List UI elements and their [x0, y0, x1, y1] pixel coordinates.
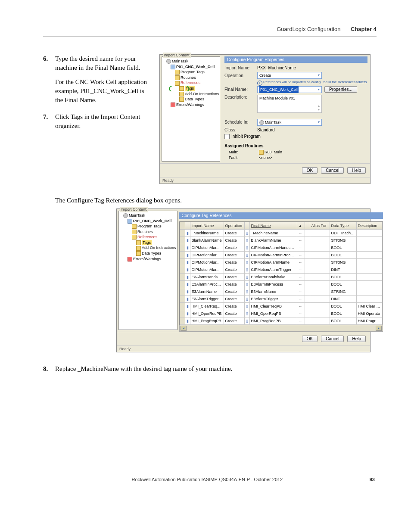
table-row[interactable]: ▮E3AlarmHands...Create▯E3AlarmHandshake⋯…: [180, 273, 382, 280]
description-cell[interactable]: [356, 236, 382, 244]
operation-cell[interactable]: Create: [224, 236, 244, 244]
data-type-cell[interactable]: STRING: [330, 258, 356, 266]
alias-for-cell[interactable]: [310, 273, 330, 280]
operation-dropdown[interactable]: Create ▾: [257, 72, 322, 79]
operation-cell[interactable]: Create: [224, 288, 244, 295]
cancel-button[interactable]: Cancel: [321, 167, 344, 174]
description-cell[interactable]: [356, 244, 382, 251]
description-cell[interactable]: HMI Operato: [356, 310, 382, 317]
import-name-cell[interactable]: E3AlarmName: [190, 288, 224, 295]
data-type-cell[interactable]: BOOL: [330, 302, 356, 310]
tree-addon[interactable]: Add-On Instructions: [120, 245, 176, 251]
data-type-cell[interactable]: STRING: [330, 288, 356, 295]
import-name-cell[interactable]: E3AlarmHands...: [190, 273, 224, 280]
table-row[interactable]: ▮HMI_ClearReq...Create▯HMI_ClearReqPB⋯BO…: [180, 302, 382, 310]
operation-cell[interactable]: Create: [224, 317, 244, 324]
row-header-cell[interactable]: [180, 229, 185, 236]
col-final-name[interactable]: Final Name: [249, 222, 297, 229]
row-header-cell[interactable]: [180, 266, 185, 273]
operation-cell[interactable]: Create: [224, 258, 244, 266]
final-name-cell[interactable]: HMI_OperReqPB: [249, 310, 297, 317]
description-cell[interactable]: [356, 266, 382, 273]
col-description[interactable]: Description: [356, 222, 382, 229]
data-type-cell[interactable]: BOOL: [330, 317, 356, 324]
col-rowheader[interactable]: [180, 222, 185, 229]
final-name-cell[interactable]: HMI_ClearReqPB: [249, 302, 297, 310]
final-name-cell[interactable]: _MachineName: [249, 229, 297, 236]
tree-data-types[interactable]: Data Types: [120, 251, 176, 256]
description-cell[interactable]: [356, 295, 382, 302]
help-button[interactable]: Help: [347, 336, 366, 342]
final-name-dropdown[interactable]: ⋯: [297, 273, 305, 280]
operation-cell[interactable]: Create: [224, 310, 244, 317]
table-row[interactable]: ▮CIPMotionAlar...Create▯CIPMotionAlarmHa…: [180, 244, 382, 251]
table-row[interactable]: ▮E3AlarmNameCreate▯E3AlarmName⋯STRING: [180, 288, 382, 295]
cancel-button[interactable]: Cancel: [321, 336, 344, 342]
operation-cell[interactable]: Create: [224, 251, 244, 258]
operation-cell[interactable]: Create: [224, 273, 244, 280]
alias-for-cell[interactable]: [310, 288, 330, 295]
tree-program-tags[interactable]: Program Tags: [163, 69, 219, 75]
data-type-cell[interactable]: BOOL: [330, 280, 356, 288]
alias-for-cell[interactable]: [310, 310, 330, 317]
final-name-dropdown[interactable]: ⋯: [297, 258, 305, 266]
operation-cell[interactable]: Create: [224, 266, 244, 273]
data-type-cell[interactable]: DINT: [330, 266, 356, 273]
final-name-dropdown[interactable]: ⋯: [297, 317, 305, 324]
table-row[interactable]: ▮_MachineNameCreate▯_MachineName⋯UDT_Mac…: [180, 229, 382, 236]
description-cell[interactable]: [356, 273, 382, 280]
description-cell[interactable]: HMI Clear Fa: [356, 302, 382, 310]
operation-cell[interactable]: Create: [224, 244, 244, 251]
tree-routines[interactable]: Routines: [120, 229, 176, 235]
alias-for-cell[interactable]: [310, 317, 330, 324]
final-name-dropdown[interactable]: ⋯: [297, 295, 305, 302]
tree-addon[interactable]: Add-On Instructions: [163, 91, 219, 97]
col-alias-for[interactable]: Alias For: [310, 222, 330, 229]
final-name-cell[interactable]: HMI_ProgReqPB: [249, 317, 297, 324]
row-header-cell[interactable]: [180, 251, 185, 258]
tree-references[interactable]: References: [120, 234, 176, 240]
col-icon[interactable]: [185, 222, 190, 229]
final-name-cell[interactable]: CIPMotionAlarmHandsh...: [249, 244, 297, 251]
final-name-cell[interactable]: BlankAlarmName: [249, 236, 297, 244]
import-name-cell[interactable]: E3AlarmTrigger: [190, 295, 224, 302]
description-cell[interactable]: [356, 258, 382, 266]
scroll-right-icon[interactable]: ▸: [376, 326, 382, 331]
data-type-cell[interactable]: BOOL: [330, 244, 356, 251]
row-header-cell[interactable]: [180, 295, 185, 302]
tree-maintask[interactable]: MainTask: [163, 59, 219, 64]
tree-errors[interactable]: Errors/Warnings: [120, 256, 176, 262]
final-name-dropdown[interactable]: ⋯: [297, 251, 305, 258]
col-sort-indicator[interactable]: ▲: [297, 222, 305, 229]
final-name-input[interactable]: P01_CNC_Work_Cell ▾: [257, 86, 322, 93]
row-header-cell[interactable]: [180, 302, 185, 310]
table-row[interactable]: ▮E3AlarmTriggerCreate▯E3AlarmTrigger⋯DIN…: [180, 295, 382, 302]
data-type-cell[interactable]: BOOL: [330, 273, 356, 280]
description-cell[interactable]: HMI Program: [356, 317, 382, 324]
final-name-cell[interactable]: CIPMotionAlarmTrigger: [249, 266, 297, 273]
import-name-cell[interactable]: HMI_OperReqPB: [190, 310, 224, 317]
table-row[interactable]: ▮CIPMotionAlar...Create▯CIPMotionAlarmNa…: [180, 258, 382, 266]
alias-for-cell[interactable]: [310, 229, 330, 236]
alias-for-cell[interactable]: [310, 266, 330, 273]
import-content-tree-2[interactable]: Import Content: MainTask P01_CNC_Work_Ce…: [118, 211, 177, 330]
scroll-left-icon[interactable]: ◂: [181, 326, 187, 331]
final-name-cell[interactable]: E3AlarmName: [249, 288, 297, 295]
import-name-cell[interactable]: HMI_ClearReq...: [190, 302, 224, 310]
table-row[interactable]: ▮HMI_OperReqPBCreate▯HMI_OperReqPB⋯BOOLH…: [180, 310, 382, 317]
import-name-cell[interactable]: CIPMotionAlar...: [190, 244, 224, 251]
final-name-dropdown[interactable]: ⋯: [297, 266, 305, 273]
tree-program[interactable]: P01_CNC_Work_Cell: [120, 218, 176, 224]
tree-routines[interactable]: Routines: [163, 75, 219, 81]
table-row[interactable]: ▮E3AlarmInProc...Create▯E3AlarmInProcess…: [180, 280, 382, 288]
alias-for-cell[interactable]: [310, 236, 330, 244]
row-header-cell[interactable]: [180, 273, 185, 280]
col-icon2[interactable]: [244, 222, 249, 229]
import-name-cell[interactable]: CIPMotionAlar...: [190, 258, 224, 266]
alias-for-cell[interactable]: [310, 280, 330, 288]
tree-data-types[interactable]: Data Types: [163, 96, 219, 102]
table-header-row[interactable]: Import Name Operation Final Name ▲ Alias…: [180, 222, 382, 229]
row-header-cell[interactable]: [180, 288, 185, 295]
properties-button[interactable]: Properties...: [324, 86, 357, 93]
tree-tags[interactable]: Tags: [120, 240, 176, 246]
